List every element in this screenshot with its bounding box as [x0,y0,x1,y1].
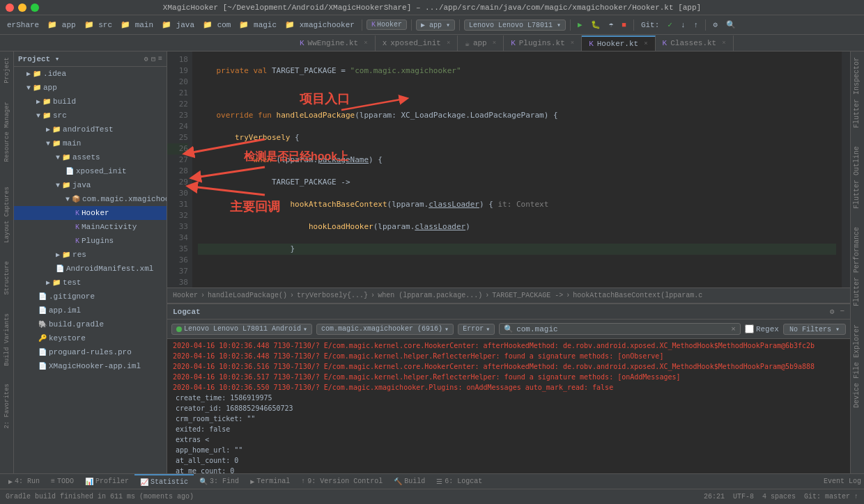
scrollbar[interactable] [842,52,850,288]
device-file-explorer-tab[interactable]: Device File Explorer [851,319,864,414]
tree-keystore[interactable]: 🔑 keystore [14,331,167,345]
tree-assets[interactable]: ▼ 📁 assets [14,150,167,164]
breadcrumb-hookattach[interactable]: hookAttachBaseContext(lpparam.c [573,292,702,299]
breadcrumb-tryverbosely[interactable]: tryVerbosely{...} [297,292,368,299]
tree-idea[interactable]: ▶ 📁 .idea [14,67,167,81]
tree-xposed-init[interactable]: 📄 xposed_init [14,164,167,178]
resource-manager-label[interactable]: Resource Manager [3,102,10,162]
structure-label[interactable]: Structure [3,261,10,295]
event-log-link[interactable]: Event Log [824,478,861,485]
tab-close-icon[interactable]: × [722,40,725,47]
tab-version-control[interactable]: ↑ 9: Version Control [295,474,388,489]
package-selector[interactable]: com.magic.xmagichooker (6916) ▾ [316,324,454,335]
active-file-hooker[interactable]: K Hooker [367,19,407,30]
tree-xmagichooker-iml[interactable]: 📄 XMagicHooker-app.iml [14,359,167,373]
tab-app[interactable]: ☕ app × [458,36,504,51]
stop-button[interactable]: ■ [619,19,629,31]
breadcrumb-xmagichooker[interactable]: 📁 xmagichooker [282,19,357,31]
tab-find[interactable]: 🔍 3: Find [194,474,245,489]
logcat-search[interactable]: 🔍 com.magic × [499,323,741,335]
layout-captures-label[interactable]: Layout Captures [3,187,10,243]
regex-checkbox[interactable] [745,324,754,333]
breadcrumb-magic[interactable]: 📁 magic [236,19,279,31]
git-push[interactable]: ↑ [691,19,702,31]
minimize-button[interactable] [18,3,26,12]
flutter-inspector-tab[interactable]: Flutter Inspector [851,52,864,134]
breadcrumb-target-package[interactable]: TARGET_PACKAGE -> [492,292,563,299]
search-icon[interactable]: 🔍 [723,19,739,31]
tab-statistic[interactable]: 📈 Statistic [134,474,194,489]
tree-gitignore[interactable]: 📄 .gitignore [14,290,167,304]
tree-hooker[interactable]: K Hooker [14,206,167,220]
tab-hooker[interactable]: K Hooker.kt × [582,36,655,51]
tab-terminal[interactable]: ▶ Terminal [245,474,295,489]
coverage-button[interactable]: ☂ [606,19,617,31]
tab-close-icon[interactable]: × [364,40,367,47]
flutter-performance-tab[interactable]: Flutter Performance [851,221,864,312]
no-filters-dropdown[interactable]: No Filters ▾ [783,324,846,335]
tree-test[interactable]: ▶ 📁 test [14,276,167,290]
git-branch[interactable]: Git: master ↑ [804,493,858,501]
tree-buildgradle[interactable]: 🐘 build.gradle [14,317,167,331]
tree-mainactivity[interactable]: K MainActivity [14,220,167,234]
breadcrumb-main[interactable]: 📁 main [118,19,156,31]
regex-checkbox-label[interactable]: Regex [745,324,779,333]
tab-close-icon[interactable]: × [644,40,647,47]
tree-androidtest[interactable]: ▶ 📁 androidTest [14,123,167,136]
flutter-outline-tab[interactable]: Flutter Outline [851,141,864,214]
breadcrumb-handleloadpackage[interactable]: handleLoadPackage() [208,292,287,299]
favorites-label[interactable]: 2: Favorites [3,384,10,429]
level-selector[interactable]: Error ▾ [458,324,495,335]
tree-build[interactable]: ▶ 📁 build [14,95,167,109]
project-side-label[interactable]: Project [3,57,10,84]
build-variants-label[interactable]: Build Variants [3,313,10,366]
tree-main[interactable]: ▼ 📁 main [14,136,167,150]
settings-icon[interactable]: ⚙ [710,19,720,31]
gear-icon[interactable]: ⚙ [144,55,148,63]
tab-plugins[interactable]: K Plugins.kt × [504,36,582,51]
tree-package[interactable]: ▼ 📦 com.magic.xmagichoo... [14,192,167,206]
git-check[interactable]: ✓ [665,19,675,31]
tab-profiler[interactable]: 📊 Profiler [79,474,134,489]
device-selector[interactable]: Lenovo Lenovo L78011 Android ▾ [171,324,312,335]
breadcrumb-src[interactable]: 📁 src [82,19,115,31]
tree-androidmanifest[interactable]: 📄 AndroidManifest.xml [14,262,167,276]
cursor-position[interactable]: 26:21 [704,493,725,501]
indent[interactable]: 4 spaces [762,493,796,501]
collapse-icon[interactable]: ⊟ [151,55,155,63]
breadcrumb-ershare[interactable]: erShare [4,19,42,31]
tab-close-icon[interactable]: × [571,40,574,47]
breadcrumb-com[interactable]: 📁 com [200,19,233,31]
tree-plugins[interactable]: K Plugins [14,234,167,248]
tree-appiml[interactable]: 📄 app.iml [14,304,167,317]
run-button[interactable]: ▶ [575,19,585,31]
breadcrumb-hooker[interactable]: Hooker [173,292,198,299]
clear-icon[interactable]: × [731,325,736,333]
tab-wwengine[interactable]: K WwEngine.kt × [293,36,376,51]
maximize-button[interactable] [31,3,39,12]
tree-java[interactable]: ▼ 📁 java [14,178,167,192]
tree-src[interactable]: ▼ 📁 src [14,109,167,123]
tab-todo[interactable]: ≡ TODO [45,474,79,489]
tab-close-icon[interactable]: × [447,40,450,47]
tab-run[interactable]: ▶ 4: Run [3,474,45,489]
git-update[interactable]: ↓ [678,19,688,31]
minimize-icon[interactable]: − [840,307,844,316]
tab-logcat[interactable]: ☰ 6: Logcat [431,474,488,489]
settings-icon[interactable]: ≡ [158,55,162,63]
tab-build[interactable]: 🔨 Build [388,474,431,489]
tree-res[interactable]: ▶ 📁 res [14,248,167,262]
tree-proguard[interactable]: 📄 proguard-rules.pro [14,345,167,359]
run-config[interactable]: ▶ app ▾ [416,19,455,31]
code-content[interactable]: private val TARGET_PACKAGE = "com.magic.… [192,52,842,288]
tab-close-icon[interactable]: × [493,40,496,47]
breadcrumb-java[interactable]: 📁 java [159,19,197,31]
debug-button[interactable]: 🐛 [588,19,603,31]
encoding[interactable]: UTF-8 [733,493,754,501]
tree-app[interactable]: ▼ 📁 app [14,81,167,95]
logcat-content[interactable]: 2020-04-16 10:02:36.448 7130-7130/? E/co… [167,339,850,473]
close-button[interactable] [6,3,14,12]
device-selector[interactable]: Lenovo Lenovo L78011 ▾ [464,19,566,31]
breadcrumb-when[interactable]: when (lpparam.package...) [378,292,482,299]
tab-xposed-init[interactable]: x xposed_init × [376,36,458,51]
